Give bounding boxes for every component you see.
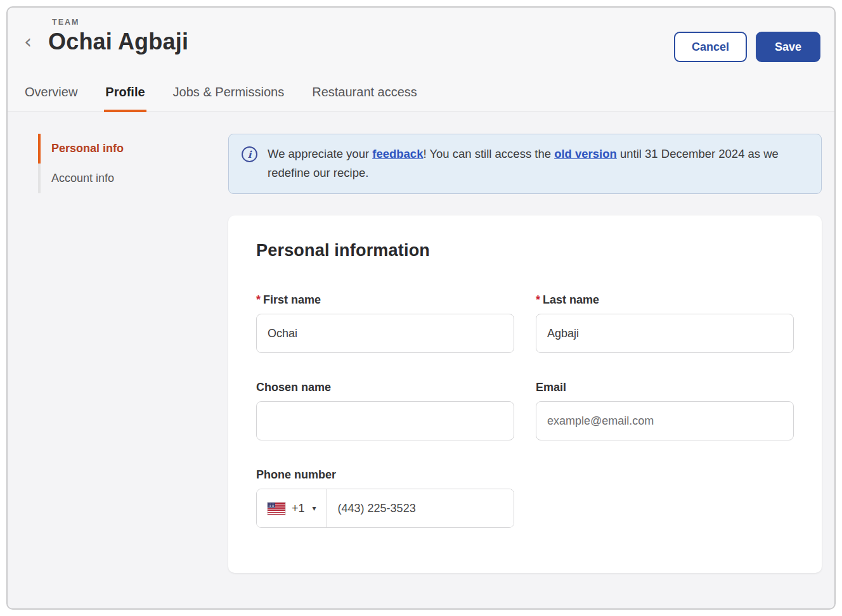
country-code-select[interactable]: +1 ▾ <box>257 489 327 527</box>
page-header: TEAM ‹ Ochai Agbaji Cancel Save <box>8 8 834 56</box>
first-name-input[interactable] <box>256 314 514 353</box>
chosen-name-label: Chosen name <box>256 381 514 394</box>
phone-label: Phone number <box>256 468 514 482</box>
old-version-link[interactable]: old version <box>554 147 617 160</box>
app-window: TEAM ‹ Ochai Agbaji Cancel Save Overview… <box>6 6 836 610</box>
info-banner: i We appreciate your feedback! You can s… <box>228 134 822 194</box>
us-flag-icon <box>268 503 285 515</box>
main-panel: i We appreciate your feedback! You can s… <box>228 134 822 597</box>
banner-text-mid: ! You can still access the <box>423 147 554 160</box>
save-button[interactable]: Save <box>756 32 820 62</box>
section-nav: Personal info Account info <box>8 134 228 597</box>
banner-text: We appreciate your feedback! You can sti… <box>268 144 808 182</box>
email-input[interactable] <box>536 401 794 440</box>
phone-input-group: +1 ▾ <box>256 489 514 528</box>
chosen-name-input[interactable] <box>256 401 514 440</box>
phone-number-input[interactable] <box>327 489 514 527</box>
tab-overview[interactable]: Overview <box>23 81 79 112</box>
tab-bar: Overview Profile Jobs & Permissions Rest… <box>8 81 834 112</box>
card-heading: Personal information <box>256 241 794 260</box>
tab-restaurant-access[interactable]: Restaurant access <box>311 81 418 112</box>
tab-jobs-permissions[interactable]: Jobs & Permissions <box>172 81 286 112</box>
banner-text-before: We appreciate your <box>268 147 372 160</box>
first-name-field-group: *First name <box>256 293 514 353</box>
last-name-field-group: *Last name <box>536 293 794 353</box>
dial-code: +1 <box>292 502 305 515</box>
back-button[interactable]: ‹ <box>20 28 42 56</box>
required-asterisk: * <box>536 293 540 306</box>
tab-profile[interactable]: Profile <box>104 81 146 112</box>
chevron-down-icon: ▾ <box>313 504 316 513</box>
grid-spacer <box>536 468 794 556</box>
email-field-group: Email <box>536 381 794 440</box>
personal-information-card: Personal information *First name *Last n… <box>228 215 822 573</box>
phone-field-group: Phone number +1 ▾ <box>256 468 514 528</box>
breadcrumb-eyebrow: TEAM <box>52 18 822 27</box>
email-label: Email <box>536 381 794 394</box>
last-name-input[interactable] <box>536 314 794 353</box>
first-name-label: *First name <box>256 293 514 307</box>
personal-info-form: *First name *Last name Chosen name Email <box>256 293 794 556</box>
info-icon: i <box>242 146 257 162</box>
sidebar-item-account-info[interactable]: Account info <box>38 164 228 193</box>
last-name-label: *Last name <box>536 293 794 307</box>
feedback-link[interactable]: feedback <box>372 147 423 160</box>
page-title: Ochai Agbaji <box>48 29 188 55</box>
sidebar-item-personal-info[interactable]: Personal info <box>38 134 228 164</box>
chevron-left-icon: ‹ <box>24 30 32 53</box>
content-area: Personal info Account info i We apprecia… <box>8 112 834 608</box>
header-actions: Cancel Save <box>674 32 820 62</box>
chosen-name-field-group: Chosen name <box>256 381 514 440</box>
required-asterisk: * <box>256 293 261 306</box>
cancel-button[interactable]: Cancel <box>674 32 747 62</box>
